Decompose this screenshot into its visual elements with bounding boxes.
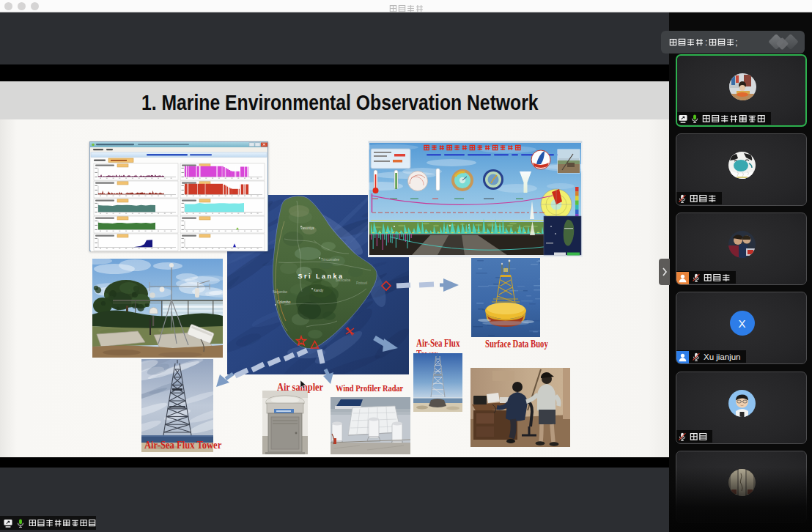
svg-text:Vavuniya: Vavuniya bbox=[300, 226, 314, 230]
svg-text:Trincomalee: Trincomalee bbox=[321, 258, 340, 262]
svg-text:Batticaloa: Batticaloa bbox=[336, 278, 351, 282]
svg-text:Negombo: Negombo bbox=[273, 290, 287, 294]
svg-text:Pottuvil: Pottuvil bbox=[356, 281, 367, 285]
svg-text:Kandy: Kandy bbox=[314, 289, 324, 292]
